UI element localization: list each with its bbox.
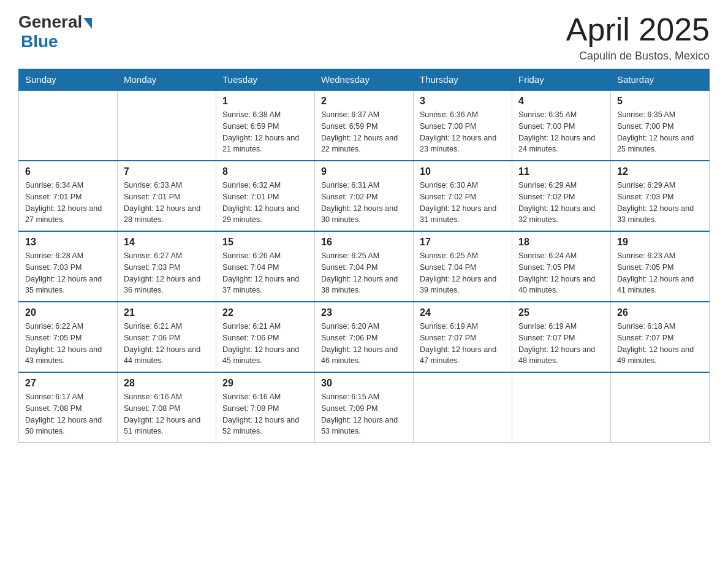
day-number: 3 bbox=[420, 96, 506, 107]
calendar-header-tuesday: Tuesday bbox=[216, 69, 315, 91]
calendar-cell bbox=[512, 372, 611, 443]
day-number: 15 bbox=[222, 237, 308, 248]
day-info: Sunrise: 6:30 AM Sunset: 7:02 PM Dayligh… bbox=[420, 180, 506, 226]
day-info: Sunrise: 6:20 AM Sunset: 7:06 PM Dayligh… bbox=[321, 321, 407, 367]
calendar-cell bbox=[118, 90, 216, 161]
calendar-cell: 23Sunrise: 6:20 AM Sunset: 7:06 PM Dayli… bbox=[315, 302, 414, 372]
location-text: Capulin de Bustos, Mexico bbox=[566, 50, 710, 63]
day-info: Sunrise: 6:27 AM Sunset: 7:03 PM Dayligh… bbox=[124, 250, 210, 296]
day-number: 20 bbox=[25, 307, 111, 318]
calendar-cell: 28Sunrise: 6:16 AM Sunset: 7:08 PM Dayli… bbox=[118, 372, 216, 443]
day-number: 19 bbox=[617, 237, 703, 248]
day-info: Sunrise: 6:24 AM Sunset: 7:05 PM Dayligh… bbox=[518, 250, 604, 296]
day-info: Sunrise: 6:36 AM Sunset: 7:00 PM Dayligh… bbox=[420, 109, 506, 155]
day-info: Sunrise: 6:23 AM Sunset: 7:05 PM Dayligh… bbox=[617, 250, 703, 296]
page-header: General Blue April 2025 Capulin de Busto… bbox=[18, 12, 710, 63]
calendar-cell: 26Sunrise: 6:18 AM Sunset: 7:07 PM Dayli… bbox=[611, 302, 710, 372]
day-number: 2 bbox=[321, 96, 407, 107]
calendar-week-row: 27Sunrise: 6:17 AM Sunset: 7:08 PM Dayli… bbox=[19, 372, 710, 443]
calendar-cell: 8Sunrise: 6:32 AM Sunset: 7:01 PM Daylig… bbox=[216, 161, 315, 231]
logo-general-text: General bbox=[18, 12, 82, 32]
day-info: Sunrise: 6:38 AM Sunset: 6:59 PM Dayligh… bbox=[222, 109, 308, 155]
calendar-header-thursday: Thursday bbox=[414, 69, 512, 91]
day-info: Sunrise: 6:18 AM Sunset: 7:07 PM Dayligh… bbox=[617, 321, 703, 367]
day-info: Sunrise: 6:26 AM Sunset: 7:04 PM Dayligh… bbox=[222, 250, 308, 296]
calendar-header-friday: Friday bbox=[512, 69, 611, 91]
calendar-cell: 17Sunrise: 6:25 AM Sunset: 7:04 PM Dayli… bbox=[414, 231, 512, 302]
calendar-cell: 15Sunrise: 6:26 AM Sunset: 7:04 PM Dayli… bbox=[216, 231, 315, 302]
calendar-week-row: 6Sunrise: 6:34 AM Sunset: 7:01 PM Daylig… bbox=[19, 161, 710, 231]
day-info: Sunrise: 6:21 AM Sunset: 7:06 PM Dayligh… bbox=[222, 321, 308, 367]
day-number: 27 bbox=[25, 378, 111, 389]
day-number: 29 bbox=[222, 378, 308, 389]
month-title: April 2025 bbox=[566, 12, 710, 47]
calendar-cell: 21Sunrise: 6:21 AM Sunset: 7:06 PM Dayli… bbox=[118, 302, 216, 372]
day-number: 24 bbox=[420, 307, 506, 318]
calendar-cell: 29Sunrise: 6:16 AM Sunset: 7:08 PM Dayli… bbox=[216, 372, 315, 443]
calendar-cell bbox=[414, 372, 512, 443]
day-number: 4 bbox=[518, 96, 604, 107]
calendar-cell: 10Sunrise: 6:30 AM Sunset: 7:02 PM Dayli… bbox=[414, 161, 512, 231]
day-number: 12 bbox=[617, 166, 703, 177]
title-area: April 2025 Capulin de Bustos, Mexico bbox=[566, 12, 710, 63]
calendar-cell: 11Sunrise: 6:29 AM Sunset: 7:02 PM Dayli… bbox=[512, 161, 611, 231]
calendar-cell: 6Sunrise: 6:34 AM Sunset: 7:01 PM Daylig… bbox=[19, 161, 118, 231]
calendar-cell: 25Sunrise: 6:19 AM Sunset: 7:07 PM Dayli… bbox=[512, 302, 611, 372]
day-number: 25 bbox=[518, 307, 604, 318]
calendar-table: SundayMondayTuesdayWednesdayThursdayFrid… bbox=[18, 69, 710, 443]
calendar-cell: 9Sunrise: 6:31 AM Sunset: 7:02 PM Daylig… bbox=[315, 161, 414, 231]
day-info: Sunrise: 6:34 AM Sunset: 7:01 PM Dayligh… bbox=[25, 180, 111, 226]
calendar-cell bbox=[611, 372, 710, 443]
calendar-cell: 19Sunrise: 6:23 AM Sunset: 7:05 PM Dayli… bbox=[611, 231, 710, 302]
day-number: 1 bbox=[222, 96, 308, 107]
calendar-header-sunday: Sunday bbox=[19, 69, 118, 91]
calendar-header-wednesday: Wednesday bbox=[315, 69, 414, 91]
day-info: Sunrise: 6:33 AM Sunset: 7:01 PM Dayligh… bbox=[124, 180, 210, 226]
logo: General Blue bbox=[18, 12, 92, 52]
calendar-cell: 13Sunrise: 6:28 AM Sunset: 7:03 PM Dayli… bbox=[19, 231, 118, 302]
calendar-cell: 2Sunrise: 6:37 AM Sunset: 6:59 PM Daylig… bbox=[315, 90, 414, 161]
calendar-cell bbox=[19, 90, 118, 161]
day-number: 30 bbox=[321, 378, 407, 389]
logo-blue-text: Blue bbox=[21, 32, 58, 52]
day-info: Sunrise: 6:19 AM Sunset: 7:07 PM Dayligh… bbox=[420, 321, 506, 367]
day-info: Sunrise: 6:29 AM Sunset: 7:02 PM Dayligh… bbox=[518, 180, 604, 226]
day-number: 5 bbox=[617, 96, 703, 107]
day-number: 9 bbox=[321, 166, 407, 177]
calendar-cell: 18Sunrise: 6:24 AM Sunset: 7:05 PM Dayli… bbox=[512, 231, 611, 302]
calendar-header-monday: Monday bbox=[118, 69, 216, 91]
day-info: Sunrise: 6:22 AM Sunset: 7:05 PM Dayligh… bbox=[25, 321, 111, 367]
calendar-cell: 7Sunrise: 6:33 AM Sunset: 7:01 PM Daylig… bbox=[118, 161, 216, 231]
day-number: 6 bbox=[25, 166, 111, 177]
day-number: 17 bbox=[420, 237, 506, 248]
day-info: Sunrise: 6:32 AM Sunset: 7:01 PM Dayligh… bbox=[222, 180, 308, 226]
day-number: 8 bbox=[222, 166, 308, 177]
day-number: 26 bbox=[617, 307, 703, 318]
calendar-week-row: 13Sunrise: 6:28 AM Sunset: 7:03 PM Dayli… bbox=[19, 231, 710, 302]
calendar-cell: 20Sunrise: 6:22 AM Sunset: 7:05 PM Dayli… bbox=[19, 302, 118, 372]
calendar-cell: 12Sunrise: 6:29 AM Sunset: 7:03 PM Dayli… bbox=[611, 161, 710, 231]
day-number: 18 bbox=[518, 237, 604, 248]
day-number: 11 bbox=[518, 166, 604, 177]
day-info: Sunrise: 6:31 AM Sunset: 7:02 PM Dayligh… bbox=[321, 180, 407, 226]
day-number: 22 bbox=[222, 307, 308, 318]
logo-triangle-icon bbox=[83, 18, 92, 29]
calendar-cell: 16Sunrise: 6:25 AM Sunset: 7:04 PM Dayli… bbox=[315, 231, 414, 302]
day-info: Sunrise: 6:19 AM Sunset: 7:07 PM Dayligh… bbox=[518, 321, 604, 367]
day-number: 28 bbox=[124, 378, 210, 389]
day-number: 23 bbox=[321, 307, 407, 318]
day-number: 13 bbox=[25, 237, 111, 248]
calendar-header-saturday: Saturday bbox=[611, 69, 710, 91]
day-info: Sunrise: 6:17 AM Sunset: 7:08 PM Dayligh… bbox=[25, 391, 111, 437]
calendar-cell: 1Sunrise: 6:38 AM Sunset: 6:59 PM Daylig… bbox=[216, 90, 315, 161]
day-number: 14 bbox=[124, 237, 210, 248]
day-info: Sunrise: 6:29 AM Sunset: 7:03 PM Dayligh… bbox=[617, 180, 703, 226]
day-info: Sunrise: 6:15 AM Sunset: 7:09 PM Dayligh… bbox=[321, 391, 407, 437]
calendar-cell: 3Sunrise: 6:36 AM Sunset: 7:00 PM Daylig… bbox=[414, 90, 512, 161]
day-number: 10 bbox=[420, 166, 506, 177]
day-info: Sunrise: 6:28 AM Sunset: 7:03 PM Dayligh… bbox=[25, 250, 111, 296]
calendar-cell: 30Sunrise: 6:15 AM Sunset: 7:09 PM Dayli… bbox=[315, 372, 414, 443]
day-info: Sunrise: 6:16 AM Sunset: 7:08 PM Dayligh… bbox=[222, 391, 308, 437]
calendar-week-row: 20Sunrise: 6:22 AM Sunset: 7:05 PM Dayli… bbox=[19, 302, 710, 372]
day-number: 16 bbox=[321, 237, 407, 248]
